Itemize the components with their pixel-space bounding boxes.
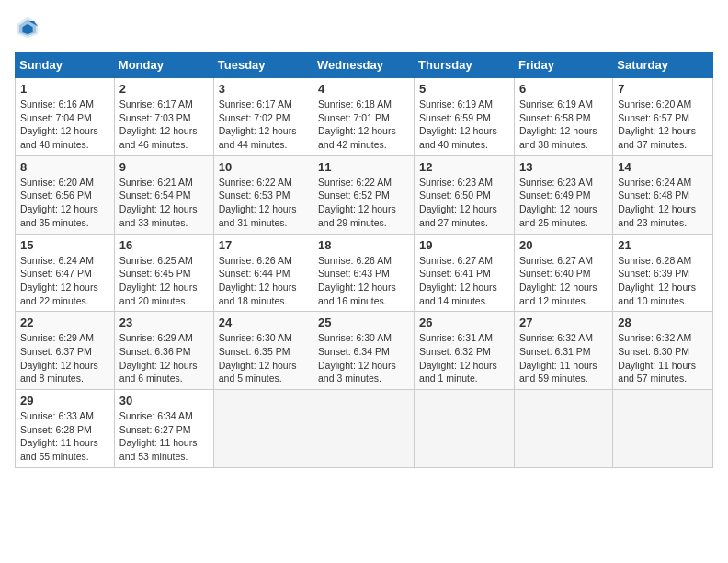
day-info: Sunrise: 6:20 AM Sunset: 6:57 PM Dayligh…	[618, 98, 708, 152]
calendar-cell: 3 Sunrise: 6:17 AM Sunset: 7:02 PM Dayli…	[213, 78, 313, 156]
day-info: Sunrise: 6:27 AM Sunset: 6:40 PM Dayligh…	[519, 254, 608, 308]
day-number: 18	[318, 238, 409, 252]
calendar-cell: 18 Sunrise: 6:26 AM Sunset: 6:43 PM Dayl…	[313, 234, 415, 312]
calendar-cell: 15 Sunrise: 6:24 AM Sunset: 6:47 PM Dayl…	[16, 234, 115, 312]
calendar-week-row: 15 Sunrise: 6:24 AM Sunset: 6:47 PM Dayl…	[16, 234, 713, 312]
day-number: 19	[419, 238, 509, 252]
day-info: Sunrise: 6:22 AM Sunset: 6:52 PM Dayligh…	[318, 176, 409, 230]
day-info: Sunrise: 6:26 AM Sunset: 6:43 PM Dayligh…	[318, 254, 409, 308]
day-number: 30	[119, 394, 209, 408]
day-number: 2	[119, 82, 209, 96]
day-number: 25	[318, 316, 409, 329]
day-info: Sunrise: 6:17 AM Sunset: 7:03 PM Dayligh…	[119, 98, 209, 152]
calendar-cell: 13 Sunrise: 6:23 AM Sunset: 6:49 PM Dayl…	[514, 155, 612, 234]
calendar-cell: 8 Sunrise: 6:20 AM Sunset: 6:56 PM Dayli…	[16, 155, 115, 234]
calendar-week-row: 8 Sunrise: 6:20 AM Sunset: 6:56 PM Dayli…	[16, 155, 713, 234]
weekday-header-sunday: Sunday	[16, 52, 115, 78]
weekday-header-saturday: Saturday	[613, 52, 713, 78]
calendar-table: SundayMondayTuesdayWednesdayThursdayFrid…	[15, 52, 713, 468]
calendar-cell: 4 Sunrise: 6:18 AM Sunset: 7:01 PM Dayli…	[313, 78, 415, 156]
day-info: Sunrise: 6:24 AM Sunset: 6:47 PM Dayligh…	[20, 254, 109, 308]
day-info: Sunrise: 6:32 AM Sunset: 6:30 PM Dayligh…	[618, 331, 708, 385]
calendar-cell	[415, 390, 515, 468]
day-number: 7	[618, 82, 708, 96]
weekday-header-monday: Monday	[114, 52, 213, 78]
day-number: 22	[20, 316, 109, 329]
day-info: Sunrise: 6:28 AM Sunset: 6:39 PM Dayligh…	[618, 254, 708, 308]
day-number: 10	[219, 160, 308, 174]
calendar-cell: 7 Sunrise: 6:20 AM Sunset: 6:57 PM Dayli…	[613, 78, 713, 156]
day-info: Sunrise: 6:24 AM Sunset: 6:48 PM Dayligh…	[618, 176, 708, 230]
calendar-cell: 24 Sunrise: 6:30 AM Sunset: 6:35 PM Dayl…	[213, 312, 313, 390]
day-info: Sunrise: 6:32 AM Sunset: 6:31 PM Dayligh…	[519, 331, 608, 385]
day-info: Sunrise: 6:19 AM Sunset: 6:59 PM Dayligh…	[419, 98, 509, 152]
calendar-cell: 27 Sunrise: 6:32 AM Sunset: 6:31 PM Dayl…	[514, 312, 612, 390]
calendar-cell: 17 Sunrise: 6:26 AM Sunset: 6:44 PM Dayl…	[213, 234, 313, 312]
calendar-cell: 1 Sunrise: 6:16 AM Sunset: 7:04 PM Dayli…	[16, 78, 115, 156]
logo-icon	[15, 15, 40, 40]
day-number: 15	[20, 238, 109, 252]
calendar-cell: 5 Sunrise: 6:19 AM Sunset: 6:59 PM Dayli…	[415, 78, 515, 156]
day-info: Sunrise: 6:26 AM Sunset: 6:44 PM Dayligh…	[219, 254, 308, 308]
calendar-cell: 2 Sunrise: 6:17 AM Sunset: 7:03 PM Dayli…	[114, 78, 213, 156]
logo	[15, 15, 44, 40]
day-info: Sunrise: 6:16 AM Sunset: 7:04 PM Dayligh…	[20, 98, 109, 152]
calendar-cell	[514, 390, 612, 468]
weekday-header-row: SundayMondayTuesdayWednesdayThursdayFrid…	[16, 52, 713, 78]
weekday-header-tuesday: Tuesday	[213, 52, 313, 78]
header	[15, 15, 713, 40]
day-number: 24	[219, 316, 308, 329]
day-info: Sunrise: 6:25 AM Sunset: 6:45 PM Dayligh…	[119, 254, 209, 308]
calendar-cell	[613, 390, 713, 468]
calendar-cell: 26 Sunrise: 6:31 AM Sunset: 6:32 PM Dayl…	[415, 312, 515, 390]
day-info: Sunrise: 6:29 AM Sunset: 6:37 PM Dayligh…	[20, 331, 109, 385]
calendar-cell: 20 Sunrise: 6:27 AM Sunset: 6:40 PM Dayl…	[514, 234, 612, 312]
calendar-cell: 16 Sunrise: 6:25 AM Sunset: 6:45 PM Dayl…	[114, 234, 213, 312]
day-number: 1	[20, 82, 109, 96]
day-number: 11	[318, 160, 409, 174]
day-number: 4	[318, 82, 409, 96]
calendar-cell	[213, 390, 313, 468]
calendar-cell: 11 Sunrise: 6:22 AM Sunset: 6:52 PM Dayl…	[313, 155, 415, 234]
day-info: Sunrise: 6:17 AM Sunset: 7:02 PM Dayligh…	[219, 98, 308, 152]
day-number: 28	[618, 316, 708, 329]
calendar-cell: 22 Sunrise: 6:29 AM Sunset: 6:37 PM Dayl…	[16, 312, 115, 390]
weekday-header-thursday: Thursday	[415, 52, 515, 78]
day-info: Sunrise: 6:19 AM Sunset: 6:58 PM Dayligh…	[519, 98, 608, 152]
day-info: Sunrise: 6:31 AM Sunset: 6:32 PM Dayligh…	[419, 331, 509, 385]
day-number: 6	[519, 82, 608, 96]
calendar-cell: 28 Sunrise: 6:32 AM Sunset: 6:30 PM Dayl…	[613, 312, 713, 390]
day-number: 5	[419, 82, 509, 96]
calendar-cell: 30 Sunrise: 6:34 AM Sunset: 6:27 PM Dayl…	[114, 390, 213, 468]
day-info: Sunrise: 6:23 AM Sunset: 6:49 PM Dayligh…	[519, 176, 608, 230]
day-number: 20	[519, 238, 608, 252]
calendar-cell: 25 Sunrise: 6:30 AM Sunset: 6:34 PM Dayl…	[313, 312, 415, 390]
day-info: Sunrise: 6:22 AM Sunset: 6:53 PM Dayligh…	[219, 176, 308, 230]
calendar-cell: 10 Sunrise: 6:22 AM Sunset: 6:53 PM Dayl…	[213, 155, 313, 234]
day-info: Sunrise: 6:33 AM Sunset: 6:28 PM Dayligh…	[20, 409, 109, 464]
day-info: Sunrise: 6:23 AM Sunset: 6:50 PM Dayligh…	[419, 176, 509, 230]
day-info: Sunrise: 6:29 AM Sunset: 6:36 PM Dayligh…	[119, 331, 209, 385]
calendar-week-row: 1 Sunrise: 6:16 AM Sunset: 7:04 PM Dayli…	[16, 78, 713, 156]
calendar-cell: 19 Sunrise: 6:27 AM Sunset: 6:41 PM Dayl…	[415, 234, 515, 312]
day-info: Sunrise: 6:20 AM Sunset: 6:56 PM Dayligh…	[20, 176, 109, 230]
calendar-cell: 12 Sunrise: 6:23 AM Sunset: 6:50 PM Dayl…	[415, 155, 515, 234]
calendar-cell: 29 Sunrise: 6:33 AM Sunset: 6:28 PM Dayl…	[16, 390, 115, 468]
calendar-cell: 21 Sunrise: 6:28 AM Sunset: 6:39 PM Dayl…	[613, 234, 713, 312]
calendar-week-row: 29 Sunrise: 6:33 AM Sunset: 6:28 PM Dayl…	[16, 390, 713, 468]
day-number: 8	[20, 160, 109, 174]
weekday-header-friday: Friday	[514, 52, 612, 78]
calendar-cell: 6 Sunrise: 6:19 AM Sunset: 6:58 PM Dayli…	[514, 78, 612, 156]
day-number: 14	[618, 160, 708, 174]
day-number: 13	[519, 160, 608, 174]
day-info: Sunrise: 6:30 AM Sunset: 6:35 PM Dayligh…	[219, 331, 308, 385]
day-info: Sunrise: 6:27 AM Sunset: 6:41 PM Dayligh…	[419, 254, 509, 308]
weekday-header-wednesday: Wednesday	[313, 52, 415, 78]
calendar-cell	[313, 390, 415, 468]
day-info: Sunrise: 6:18 AM Sunset: 7:01 PM Dayligh…	[318, 98, 409, 152]
day-number: 17	[219, 238, 308, 252]
day-number: 9	[119, 160, 209, 174]
day-number: 29	[20, 394, 109, 408]
day-number: 27	[519, 316, 608, 329]
day-info: Sunrise: 6:21 AM Sunset: 6:54 PM Dayligh…	[119, 176, 209, 230]
